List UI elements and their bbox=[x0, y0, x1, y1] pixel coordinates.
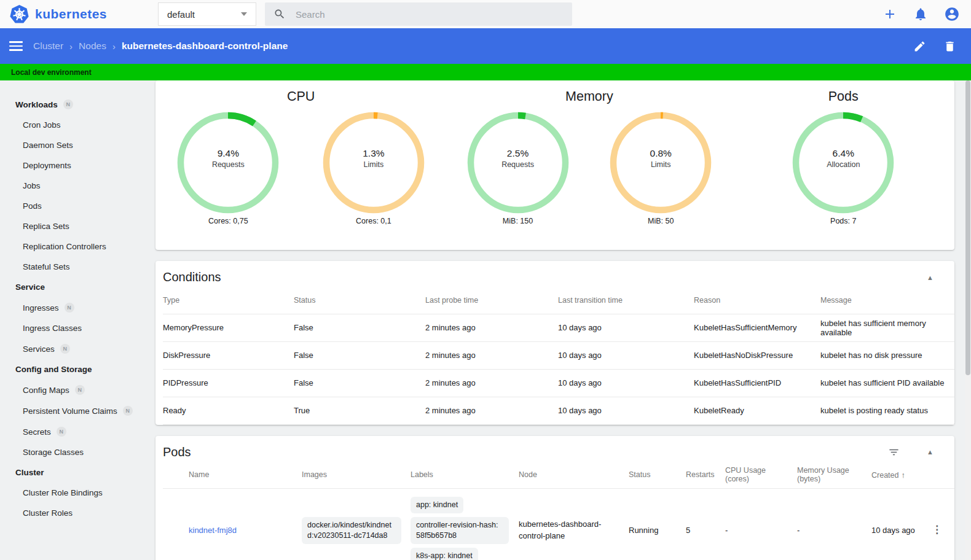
sidebar-group-config-storage[interactable]: Config and Storage bbox=[0, 359, 154, 379]
sidebar-item-cluster-roles[interactable]: Cluster Roles bbox=[0, 503, 154, 523]
col-created-sort[interactable]: Created↑ bbox=[871, 462, 932, 489]
table-row: MemoryPressureFalse 2 minutes ago10 days… bbox=[163, 314, 954, 341]
pod-restarts: 5 bbox=[686, 489, 725, 560]
col-cpu-usage: CPU Usage (cores) bbox=[725, 462, 797, 489]
col-status-dot bbox=[163, 462, 189, 489]
collapse-card-icon[interactable]: ▲ bbox=[927, 448, 934, 456]
pod-label-chip: k8s-app: kindnet bbox=[411, 548, 478, 560]
namespace-selector[interactable]: default bbox=[158, 2, 256, 26]
breadcrumb-nodes[interactable]: Nodes bbox=[79, 41, 106, 52]
page-title: kubernetes-dashboard-control-plane bbox=[122, 41, 288, 52]
banner-text: Local dev environment bbox=[11, 68, 92, 77]
sidebar-item-daemon-sets[interactable]: Daemon Sets bbox=[0, 135, 154, 155]
sidebar-nav: Workloads N Cron Jobs Daemon Sets Deploy… bbox=[0, 80, 154, 560]
pod-created: 10 days ago bbox=[871, 489, 932, 560]
chevron-right-icon: › bbox=[112, 41, 116, 52]
sidebar-item-pods[interactable]: Pods bbox=[0, 196, 154, 216]
col-name: Name bbox=[189, 462, 302, 489]
sidebar-group-cluster[interactable]: Cluster bbox=[0, 462, 154, 483]
pencil-icon bbox=[913, 40, 926, 53]
create-resource-button[interactable] bbox=[883, 7, 897, 21]
allocation-overview-card: CPU 9.4% Requests bbox=[155, 80, 954, 250]
col-actions bbox=[932, 462, 954, 489]
col-status: Status bbox=[294, 287, 425, 314]
scrollbar-thumb[interactable] bbox=[965, 80, 970, 375]
kubernetes-logo[interactable]: kubernetes bbox=[9, 4, 147, 25]
table-row: PIDPressureFalse 2 minutes ago10 days ag… bbox=[163, 369, 954, 397]
kubernetes-helm-icon bbox=[9, 4, 29, 25]
collapse-card-icon[interactable]: ▲ bbox=[927, 274, 934, 281]
sidebar-item-ingresses[interactable]: Ingresses N bbox=[0, 297, 154, 318]
col-restarts: Restarts bbox=[686, 462, 725, 489]
namespaced-badge: N bbox=[63, 99, 73, 109]
environment-banner: Local dev environment bbox=[0, 64, 971, 80]
notifications-button[interactable] bbox=[913, 7, 928, 21]
sidebar-item-ingress-classes[interactable]: Ingress Classes bbox=[0, 318, 154, 338]
user-account-button[interactable] bbox=[944, 6, 960, 22]
pod-label-chip: controller-revision-hash: 58f5b657b8 bbox=[411, 517, 509, 544]
trash-icon bbox=[943, 40, 956, 53]
menu-icon[interactable] bbox=[9, 39, 23, 53]
namespaced-badge: N bbox=[123, 406, 133, 416]
sidebar-item-services[interactable]: Services N bbox=[0, 338, 154, 359]
memory-requests-donut: 2.5% Requests MiB: 150 bbox=[467, 112, 569, 225]
search-input[interactable] bbox=[296, 9, 541, 20]
col-node: Node bbox=[519, 462, 629, 489]
col-type: Type bbox=[163, 287, 294, 314]
sidebar-item-jobs[interactable]: Jobs bbox=[0, 176, 154, 196]
sidebar-item-storage-classes[interactable]: Storage Classes bbox=[0, 442, 154, 462]
cpu-limits-donut: 1.3% Limits Cores: 0,1 bbox=[323, 112, 425, 225]
bell-icon bbox=[913, 7, 928, 21]
delete-button[interactable] bbox=[943, 40, 956, 53]
cpu-requests-donut: 9.4% Requests Cores: 0,75 bbox=[177, 112, 279, 225]
namespaced-badge: N bbox=[75, 385, 85, 395]
pod-label-chip: app: kindnet bbox=[411, 497, 463, 513]
pod-status: Running bbox=[629, 489, 686, 560]
pods-table: Name Images Labels Node Status Restarts … bbox=[163, 462, 954, 560]
row-menu-icon[interactable]: ⋮ bbox=[932, 528, 942, 532]
plus-icon bbox=[883, 7, 897, 21]
sidebar-item-replica-sets[interactable]: Replica Sets bbox=[0, 216, 154, 236]
breadcrumb-cluster[interactable]: Cluster bbox=[33, 41, 63, 52]
chevron-right-icon: › bbox=[69, 41, 73, 52]
col-status: Status bbox=[629, 462, 686, 489]
pods-allocation-donut: 6.4% Allocation Pods: 7 bbox=[792, 112, 894, 225]
pods-card: Pods ▲ bbox=[155, 436, 954, 560]
page-scrollbar bbox=[965, 80, 971, 560]
memory-limits-donut: 0.8% Limits MiB: 50 bbox=[610, 112, 712, 225]
sidebar-item-deployments[interactable]: Deployments bbox=[0, 155, 154, 176]
pod-cpu-usage: - bbox=[725, 489, 797, 560]
namespaced-badge: N bbox=[57, 427, 66, 437]
sidebar-group-service[interactable]: Service bbox=[0, 277, 154, 297]
sidebar-item-cron-jobs[interactable]: Cron Jobs bbox=[0, 115, 154, 135]
search-bar[interactable] bbox=[265, 2, 572, 26]
pod-name-link[interactable]: kindnet-fmj8d bbox=[189, 526, 237, 535]
namespaced-badge: N bbox=[65, 303, 74, 313]
col-memory-usage: Memory Usage (bytes) bbox=[797, 462, 871, 489]
sidebar-group-workloads[interactable]: Workloads N bbox=[0, 94, 154, 115]
breadcrumb-bar: Cluster › Nodes › kubernetes-dashboard-c… bbox=[0, 28, 971, 64]
edit-button[interactable] bbox=[913, 40, 926, 53]
filter-button[interactable] bbox=[888, 446, 900, 458]
col-message: Message bbox=[820, 287, 954, 314]
main-content: CPU 9.4% Requests bbox=[154, 80, 971, 560]
sidebar-item-stateful-sets[interactable]: Stateful Sets bbox=[0, 257, 154, 277]
namespace-value: default bbox=[167, 9, 195, 20]
conditions-table: Type Status Last probe time Last transit… bbox=[163, 287, 954, 425]
col-reason: Reason bbox=[694, 287, 820, 314]
app-header: kubernetes default bbox=[0, 0, 971, 28]
sidebar-item-config-maps[interactable]: Config Maps N bbox=[0, 379, 154, 400]
conditions-title: Conditions bbox=[163, 270, 221, 284]
namespaced-badge: N bbox=[60, 344, 70, 354]
account-circle-icon bbox=[944, 6, 960, 22]
sidebar-item-cluster-role-bindings[interactable]: Cluster Role Bindings bbox=[0, 483, 154, 503]
conditions-card: Conditions ▲ Type Status Last probe time… bbox=[155, 261, 954, 425]
col-labels: Labels bbox=[411, 462, 519, 489]
sidebar-item-replication-controllers[interactable]: Replication Controllers bbox=[0, 236, 154, 257]
pods-title: Pods bbox=[163, 445, 191, 459]
sidebar-item-secrets[interactable]: Secrets N bbox=[0, 421, 154, 442]
sidebar-item-persistent-volume-claims[interactable]: Persistent Volume Claims N bbox=[0, 400, 154, 421]
chevron-down-icon bbox=[241, 12, 247, 16]
table-row: ReadyTrue 2 minutes ago10 days ago Kubel… bbox=[163, 397, 954, 424]
col-images: Images bbox=[302, 462, 411, 489]
